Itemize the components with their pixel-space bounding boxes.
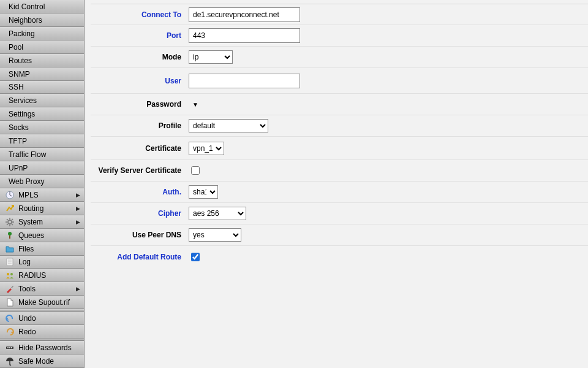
label-use-peer-dns: Use Peer DNS [91, 231, 189, 239]
sidebar-item-label: SNMP [9, 70, 80, 79]
sidebar-sub-snmp[interactable]: SNMP [0, 67, 84, 81]
sidebar-sub-settings[interactable]: Settings [0, 107, 84, 121]
sidebar-item-log[interactable]: Log [0, 256, 84, 269]
hide-passwords-icon [5, 343, 15, 353]
svg-line-7 [12, 224, 13, 225]
sidebar-sub-traffic-flow[interactable]: Traffic Flow [0, 148, 84, 161]
tools-icon [5, 284, 15, 294]
sidebar: Kid Control Neighbors Packing Pool Route… [0, 0, 85, 368]
sidebar-sub-services[interactable]: Services [0, 94, 84, 107]
sidebar-item-label: Packing [9, 29, 80, 38]
sidebar-item-label: Services [9, 96, 80, 105]
main-content: Connect To Port Mode ip User Password ▼ … [85, 0, 588, 368]
sidebar-item-undo[interactable]: Undo [0, 312, 84, 325]
sidebar-sub-upnp[interactable]: UPnP [0, 161, 84, 175]
svg-point-16 [7, 273, 9, 275]
svg-line-8 [7, 224, 8, 225]
undo-icon [5, 313, 15, 323]
sidebar-item-label: TFTP [9, 137, 80, 145]
row-profile: Profile default [91, 115, 588, 137]
sidebar-item-label: Make Supout.rif [18, 298, 80, 307]
sidebar-item-mpls[interactable]: MPLS ▶ [0, 188, 84, 202]
select-cipher[interactable]: aes 256 [189, 207, 246, 220]
svg-point-1 [8, 220, 12, 224]
input-connect-to[interactable] [189, 7, 300, 22]
label-user: User [91, 77, 189, 85]
queues-icon [5, 231, 15, 240]
select-mode[interactable]: ip [189, 50, 233, 64]
select-auth[interactable]: sha1 [189, 185, 218, 199]
label-verify-server-certificate: Verify Server Certificate [91, 166, 189, 175]
sidebar-item-safe-mode[interactable]: Safe Mode [0, 355, 84, 368]
sidebar-item-label: Socks [9, 123, 80, 132]
svg-point-17 [10, 273, 13, 275]
sidebar-sub-kid-control[interactable]: Kid Control [0, 0, 84, 13]
sidebar-sub-ssh[interactable]: SSH [0, 81, 84, 94]
row-port: Port [91, 25, 588, 47]
gear-icon [5, 217, 15, 227]
sidebar-item-routing[interactable]: Routing ▶ [0, 202, 84, 215]
label-profile: Profile [91, 121, 189, 130]
svg-point-10 [8, 232, 12, 236]
svg-rect-11 [9, 236, 10, 239]
sidebar-item-queues[interactable]: Queues [0, 229, 84, 242]
sidebar-item-make-supout[interactable]: Make Supout.rif [0, 296, 84, 309]
password-reveal-toggle[interactable]: ▼ [191, 100, 200, 109]
sidebar-item-label: Undo [18, 314, 80, 323]
input-port[interactable] [189, 28, 300, 43]
sidebar-item-label: Settings [9, 110, 80, 118]
row-verify-server-certificate: Verify Server Certificate [91, 160, 588, 182]
select-use-peer-dns[interactable]: yes [189, 228, 241, 242]
routing-icon [5, 204, 15, 213]
sidebar-item-label: Traffic Flow [9, 150, 80, 159]
sidebar-sub-routes[interactable]: Routes [0, 54, 84, 67]
label-cipher: Cipher [91, 209, 189, 218]
sidebar-item-radius[interactable]: RADIUS [0, 269, 84, 282]
sidebar-item-label: System [18, 218, 74, 226]
checkbox-add-default-route[interactable] [191, 253, 200, 261]
sidebar-sub-packing[interactable]: Packing [0, 27, 84, 40]
sidebar-item-label: Tools [18, 285, 74, 293]
checkbox-verify-server-certificate[interactable] [191, 166, 200, 175]
sidebar-item-redo[interactable]: Redo [0, 325, 84, 339]
row-auth: Auth. sha1 [91, 182, 588, 203]
sidebar-item-label: MPLS [18, 191, 74, 199]
sidebar-sub-tftp[interactable]: TFTP [0, 134, 84, 148]
radius-icon [5, 270, 15, 280]
sidebar-item-files[interactable]: Files [0, 242, 84, 256]
input-user[interactable] [189, 74, 300, 88]
chevron-right-icon: ▶ [76, 205, 80, 212]
sidebar-sub-pool[interactable]: Pool [0, 40, 84, 54]
sidebar-item-label: Routing [18, 204, 74, 213]
label-port: Port [91, 31, 189, 40]
document-icon [5, 297, 15, 307]
svg-point-19 [7, 347, 9, 348]
sidebar-item-tools[interactable]: Tools ▶ [0, 282, 84, 296]
chevron-right-icon: ▶ [76, 192, 80, 198]
sidebar-item-label: Hide Passwords [18, 343, 80, 352]
label-add-default-route: Add Default Route [91, 253, 189, 261]
svg-point-21 [11, 347, 12, 348]
row-user: User [91, 68, 588, 94]
row-password: Password ▼ [91, 94, 588, 115]
select-certificate[interactable]: vpn_1 [189, 142, 224, 155]
sidebar-item-hide-passwords[interactable]: Hide Passwords [0, 341, 84, 355]
row-cipher: Cipher aes 256 [91, 203, 588, 224]
sidebar-sub-neighbors[interactable]: Neighbors [0, 13, 84, 27]
sidebar-sub-socks[interactable]: Socks [0, 121, 84, 134]
row-connect-to: Connect To [91, 4, 588, 25]
sidebar-item-label: Redo [18, 328, 80, 336]
sidebar-item-label: RADIUS [18, 271, 80, 280]
label-password: Password [91, 100, 189, 109]
sidebar-item-label: SSH [9, 83, 80, 91]
sidebar-item-label: UPnP [9, 164, 80, 172]
select-profile[interactable]: default [189, 119, 268, 132]
sidebar-item-label: Safe Mode [18, 357, 80, 366]
sidebar-item-system[interactable]: System ▶ [0, 215, 84, 229]
mpls-icon [5, 190, 15, 200]
redo-icon [5, 327, 15, 337]
chevron-right-icon: ▶ [76, 286, 80, 292]
sidebar-item-label: Web Proxy [9, 177, 80, 186]
sidebar-sub-web-proxy[interactable]: Web Proxy [0, 175, 84, 188]
label-certificate: Certificate [91, 144, 189, 153]
